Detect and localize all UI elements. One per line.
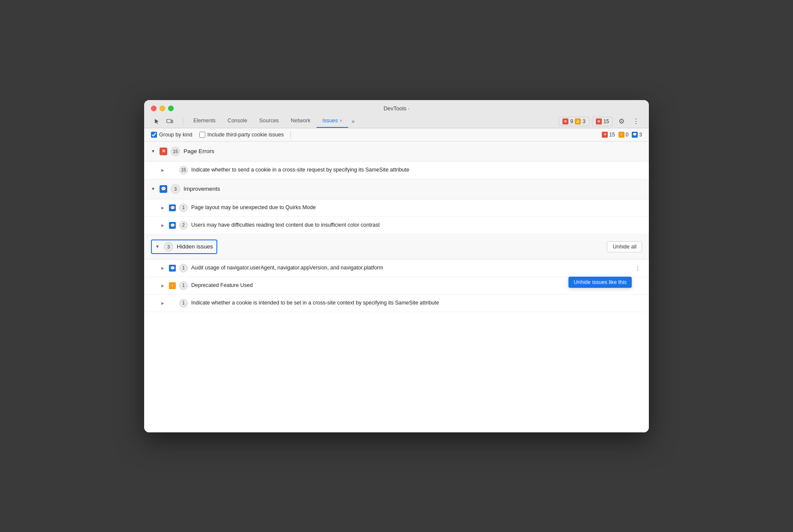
third-party-label[interactable]: Include third-party cookie issues: [207, 132, 284, 138]
issue-count: 2: [179, 221, 188, 230]
tab-console[interactable]: Console: [222, 115, 253, 128]
more-menu-icon[interactable]: ⋮: [630, 115, 642, 127]
st-warning-icon: !: [618, 132, 624, 138]
issue-count: 1: [179, 299, 188, 307]
issue-count: 1: [179, 204, 188, 212]
issue-text: Indicate whether to send a cookie in a c…: [191, 166, 642, 174]
hidden-issues-box: ▼ 3 Hidden issues: [151, 239, 217, 254]
issue-cookie-cross-site[interactable]: ▶ ✕ 1 Indicate whether a cookie is inten…: [144, 295, 649, 312]
improvements-chevron-icon: ▼: [151, 186, 156, 191]
error-badge-group[interactable]: ✕ 9 ⚠ 3: [559, 117, 589, 126]
page-errors-chevron-icon: ▼: [151, 149, 156, 154]
svg-rect-1: [172, 120, 173, 123]
page-errors-icon: ✕: [160, 148, 167, 155]
tab-more-icon[interactable]: »: [348, 116, 358, 128]
third-party-checkbox[interactable]: [199, 132, 205, 138]
maximize-button[interactable]: [168, 106, 174, 111]
improvements-count: 3: [171, 184, 180, 194]
secondary-toolbar: Group by kind Include third-party cookie…: [144, 128, 649, 142]
issue-info-icon: 💬: [169, 265, 176, 272]
issue-menu-icon[interactable]: ⋮: [633, 264, 642, 272]
issue-info-icon: 💬: [169, 222, 176, 229]
issue-count: 1: [179, 281, 188, 290]
title-bar: DevTools · Elements: [144, 100, 649, 128]
group-by-kind-label[interactable]: Group by kind: [159, 132, 192, 138]
traffic-lights: [151, 106, 174, 111]
device-toolbar-icon[interactable]: [164, 115, 176, 127]
issues-error-icon: ✕: [596, 118, 602, 124]
hidden-issues-count: 3: [164, 242, 173, 251]
st-info-count: 3: [639, 132, 642, 138]
page-errors-group-header[interactable]: ▼ ✕ 15 Page Errors: [144, 142, 649, 162]
st-divider: [290, 131, 291, 139]
issue-text: Users may have difficulties reading text…: [191, 222, 642, 229]
issue-quirks-mode[interactable]: ▶ 💬 1 Page layout may be unexpected due …: [144, 199, 649, 217]
st-warning-badge: ! 0: [618, 132, 629, 138]
hidden-issues-chevron-icon: ▼: [155, 244, 160, 249]
svg-rect-0: [167, 119, 171, 123]
toolbar-icons: [151, 115, 176, 127]
issue-count: 15: [179, 166, 188, 174]
issue-error-icon: ✕: [169, 167, 176, 174]
cursor-icon[interactable]: [151, 115, 163, 127]
improvements-group-header[interactable]: ▼ 💬 3 Improvements: [144, 179, 649, 199]
issues-content: ▼ ✕ 15 Page Errors ▶ ✕ 15 Indicate wheth…: [144, 142, 649, 432]
issue-chevron-icon: ▶: [161, 301, 166, 305]
st-error-icon: ✕: [602, 132, 608, 138]
issue-navigator-audit[interactable]: ▶ 💬 1 Audit usage of navigator.userAgent…: [144, 260, 649, 277]
issue-chevron-icon: ▶: [161, 266, 166, 270]
tab-issues[interactable]: Issues ×: [317, 115, 349, 128]
issue-info-icon: 💬: [169, 204, 176, 211]
issue-chevron-icon: ▶: [161, 168, 166, 172]
unhide-all-button[interactable]: Unhide all: [607, 241, 642, 252]
issue-warning-icon: !: [169, 282, 176, 289]
st-error-count: 15: [609, 132, 615, 138]
issue-color-contrast[interactable]: ▶ 💬 2 Users may have difficulties readin…: [144, 217, 649, 234]
warning-badge-count: 3: [583, 118, 586, 124]
hidden-issues-title: Hidden issues: [177, 243, 213, 250]
issue-text: Page layout may be unexpected due to Qui…: [191, 204, 642, 212]
group-by-kind-checkbox[interactable]: [151, 132, 157, 138]
minimize-button[interactable]: [160, 106, 165, 111]
st-error-badge: ✕ 15: [602, 132, 615, 138]
issue-chevron-icon: ▶: [161, 284, 166, 288]
issue-text: Indicate whether a cookie is intended to…: [191, 299, 642, 307]
issue-chevron-icon: ▶: [161, 206, 166, 210]
issues-badge-group[interactable]: ✕ 15: [592, 117, 613, 126]
group-by-kind-group: Group by kind: [151, 132, 192, 138]
st-info-badge: 💬 3: [632, 132, 642, 138]
window-title: DevTools ·: [384, 105, 410, 112]
context-menu[interactable]: Unhide issues like this: [568, 277, 632, 288]
main-toolbar: Elements Console Sources Network Issues …: [151, 115, 642, 128]
page-errors-title: Page Errors: [183, 148, 214, 154]
issue-count: 1: [179, 264, 188, 272]
issue-error-icon: ✕: [169, 300, 176, 307]
issue-cookie-samesite[interactable]: ▶ ✕ 15 Indicate whether to send a cookie…: [144, 162, 649, 179]
page-errors-count: 15: [171, 147, 180, 156]
close-button[interactable]: [151, 106, 157, 111]
tabs: Elements Console Sources Network Issues …: [187, 115, 557, 128]
settings-icon[interactable]: ⚙: [615, 115, 627, 127]
hidden-issues-group-header[interactable]: ▼ 3 Hidden issues Unhide all: [144, 234, 649, 260]
devtools-window: DevTools · Elements: [144, 100, 649, 432]
third-party-group: Include third-party cookie issues: [199, 132, 284, 138]
toolbar-right: ✕ 9 ⚠ 3 ✕ 15 ⚙ ⋮: [559, 115, 642, 127]
error-badge-count: 9: [570, 118, 573, 124]
tab-sources[interactable]: Sources: [253, 115, 285, 128]
toolbar-divider: [183, 117, 183, 126]
tab-elements[interactable]: Elements: [187, 115, 222, 128]
error-badge-icon: ✕: [562, 118, 568, 124]
issues-badge-count: 15: [604, 118, 609, 124]
warning-badge-icon: ⚠: [575, 118, 581, 124]
issue-text: Audit usage of navigator.userAgent, navi…: [191, 264, 630, 272]
st-badges: ✕ 15 ! 0 💬 3: [602, 132, 642, 138]
improvements-title: Improvements: [183, 186, 220, 192]
st-warning-count: 0: [626, 132, 629, 138]
tab-network[interactable]: Network: [285, 115, 317, 128]
st-info-icon: 💬: [632, 132, 638, 138]
improvements-icon: 💬: [160, 185, 167, 193]
issue-chevron-icon: ▶: [161, 223, 166, 228]
tab-close-icon[interactable]: ×: [340, 118, 342, 123]
